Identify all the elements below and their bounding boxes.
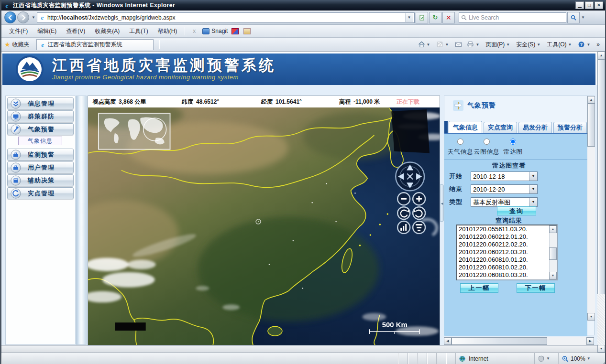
forward-button[interactable] bbox=[17, 11, 29, 23]
scroll-right-icon[interactable]: ▶ bbox=[586, 337, 594, 345]
globe-map[interactable]: 500 Km bbox=[88, 107, 440, 345]
maximize-button[interactable]: □ bbox=[585, 1, 594, 9]
next-image-button[interactable]: 下一幅 bbox=[517, 283, 555, 293]
zoom-pane[interactable]: 100% ▼ bbox=[558, 353, 597, 364]
toolbar-close-icon[interactable]: x bbox=[188, 28, 200, 34]
menu-file[interactable]: 文件(F) bbox=[4, 26, 33, 37]
tab-disaster-query[interactable]: 灾点查询 bbox=[484, 122, 517, 133]
radio-weather-info-input[interactable] bbox=[457, 139, 463, 145]
search-go-button[interactable] bbox=[567, 12, 580, 23]
menu-edit[interactable]: 编辑(E) bbox=[33, 26, 61, 37]
scroll-down-icon[interactable]: ▼ bbox=[549, 272, 557, 279]
favorites-star-icon[interactable]: ★ bbox=[4, 41, 11, 48]
radio-cloud-image-input[interactable] bbox=[484, 139, 490, 145]
back-button[interactable] bbox=[4, 11, 16, 23]
end-date-select[interactable]: 2010-12-20 ▼ bbox=[471, 184, 538, 194]
scroll-left-icon[interactable]: ◀ bbox=[444, 337, 452, 345]
snagit-icon[interactable] bbox=[202, 28, 209, 34]
stop-button[interactable]: ✕ bbox=[442, 12, 455, 23]
sidebar-item-info-management[interactable]: 信息管理 bbox=[7, 97, 74, 109]
compass-control[interactable] bbox=[396, 162, 424, 191]
browser-tab[interactable]: e 江西省地质灾害监测预警系统 bbox=[36, 39, 154, 50]
panel-vertical-scrollbar[interactable]: ▲ ▼ bbox=[587, 96, 595, 321]
list-scrollbar[interactable]: ▲ ▼ bbox=[549, 225, 557, 279]
chevron-down-icon[interactable]: ▼ bbox=[529, 185, 537, 193]
list-item[interactable]: 20101220.055611.03.20. bbox=[459, 225, 549, 233]
panel-horizontal-scrollbar[interactable]: ◀ ▶ bbox=[444, 337, 594, 345]
snagit-label[interactable]: Snagit bbox=[211, 28, 228, 34]
tab-warning-analysis[interactable]: 预警分析 bbox=[553, 122, 587, 133]
zoom-out-button[interactable] bbox=[397, 193, 410, 205]
overview-inset-map[interactable] bbox=[99, 113, 170, 150]
tilt-up-button[interactable] bbox=[397, 221, 410, 234]
page-menu-button[interactable]: 页面(P) ▼ bbox=[483, 41, 514, 49]
snagit-profile-icon[interactable] bbox=[243, 28, 251, 34]
list-item[interactable]: 20101220.060810.01.20. bbox=[459, 256, 549, 264]
zoom-in-button[interactable] bbox=[413, 193, 425, 205]
sidebar-item-decision-support[interactable]: 辅助决策 bbox=[7, 174, 74, 186]
feeds-dropdown-icon[interactable]: ▼ bbox=[445, 43, 449, 47]
list-item[interactable]: 20101220.060810.02.20. bbox=[459, 264, 549, 271]
scroll-up-icon[interactable]: ▲ bbox=[597, 52, 605, 59]
radio-weather-info[interactable]: 天气信息 bbox=[447, 138, 474, 156]
address-bar[interactable]: e http://localhost/Jxdzwebgis_mapgis/gri… bbox=[37, 12, 415, 23]
tools-menu-button[interactable]: 工具(O) ▼ bbox=[544, 41, 575, 49]
results-listbox[interactable]: 20101220.055611.03.20. 20101220.060212.0… bbox=[456, 225, 558, 280]
toolbar-overflow-chevron-icon[interactable]: » bbox=[594, 41, 602, 48]
sidebar-item-weather-warning[interactable]: 气象预警 bbox=[7, 123, 74, 135]
feeds-button[interactable]: ▼ bbox=[434, 41, 452, 48]
list-item[interactable]: 20101220.060810.03.20. bbox=[459, 271, 549, 279]
scroll-thumb[interactable] bbox=[452, 337, 547, 345]
mail-button[interactable] bbox=[452, 41, 464, 48]
type-select[interactable]: 基本反射率图 ▼ bbox=[471, 197, 538, 207]
search-box[interactable]: Live Search bbox=[459, 12, 566, 23]
menu-help[interactable]: 帮助(H) bbox=[153, 26, 182, 37]
print-button[interactable]: ▼ bbox=[464, 41, 483, 48]
query-button[interactable]: 查询 bbox=[497, 206, 536, 215]
tilt-down-button[interactable] bbox=[413, 221, 425, 234]
home-dropdown-icon[interactable]: ▼ bbox=[427, 43, 430, 47]
chevron-down-icon[interactable]: ▼ bbox=[529, 198, 537, 206]
home-button[interactable]: ▼ bbox=[416, 41, 434, 48]
help-button[interactable]: ? ▼ bbox=[575, 41, 594, 48]
page-vertical-scrollbar[interactable]: ▲ ▼ bbox=[597, 52, 605, 353]
scroll-up-icon[interactable]: ▲ bbox=[587, 96, 595, 104]
menu-favorites[interactable]: 收藏夹(A) bbox=[90, 26, 124, 37]
scroll-thumb[interactable] bbox=[597, 59, 605, 294]
protected-mode-pane[interactable]: ▼ bbox=[534, 353, 558, 364]
sidebar-item-mass-monitoring[interactable]: 群策群防 bbox=[7, 110, 74, 122]
scroll-thumb[interactable] bbox=[549, 247, 557, 260]
rotate-cw-button[interactable] bbox=[413, 207, 425, 219]
scroll-thumb[interactable] bbox=[587, 104, 595, 147]
menu-tools[interactable]: 工具(T) bbox=[124, 26, 153, 37]
panel-collapse-handle[interactable]: ◀ bbox=[440, 184, 444, 222]
tab-weather-info[interactable]: 气象信息 bbox=[449, 121, 482, 134]
tab-susceptibility[interactable]: 易发分析 bbox=[518, 122, 552, 133]
close-button[interactable]: ✕ bbox=[595, 1, 603, 9]
radio-cloud-image[interactable]: 云图信息 bbox=[474, 138, 500, 156]
address-dropdown-button[interactable]: ▼ bbox=[405, 13, 413, 22]
minimize-button[interactable]: ▁ bbox=[575, 1, 584, 9]
scroll-down-icon[interactable]: ▼ bbox=[587, 313, 595, 321]
list-item[interactable]: 20101220.060212.02.20. bbox=[459, 241, 549, 248]
snagit-capture-icon[interactable] bbox=[231, 28, 239, 34]
resize-grip[interactable] bbox=[597, 353, 605, 364]
scroll-down-icon[interactable]: ▼ bbox=[597, 345, 605, 353]
sidebar-item-monitor-warning[interactable]: 监测预警 bbox=[7, 149, 74, 161]
previous-image-button[interactable]: 上一幅 bbox=[460, 283, 498, 293]
start-date-select[interactable]: 2010-12-18 ▼ bbox=[471, 171, 538, 181]
list-item[interactable]: 20101220.060212.03.20. bbox=[459, 248, 549, 256]
sidebar-item-disaster-management[interactable]: 灾点管理 bbox=[7, 187, 74, 199]
sidebar-subitem-weather-info[interactable]: 气象信息 bbox=[18, 137, 62, 145]
print-dropdown-icon[interactable]: ▼ bbox=[475, 43, 479, 47]
search-options-dropdown-icon[interactable]: ▼ bbox=[581, 15, 585, 20]
radio-radar-image[interactable]: 雷达图 bbox=[500, 138, 526, 156]
favorites-label[interactable]: 收藏夹 bbox=[12, 41, 30, 49]
refresh-button[interactable]: ↻ bbox=[429, 12, 441, 23]
rotate-ccw-button[interactable] bbox=[397, 207, 410, 219]
scroll-up-icon[interactable]: ▲ bbox=[549, 225, 557, 233]
radio-radar-image-input[interactable] bbox=[510, 139, 516, 145]
chevron-down-icon[interactable]: ▼ bbox=[529, 172, 537, 181]
safety-menu-button[interactable]: 安全(S) ▼ bbox=[514, 41, 544, 49]
history-dropdown-icon[interactable]: ▼ bbox=[32, 15, 35, 20]
